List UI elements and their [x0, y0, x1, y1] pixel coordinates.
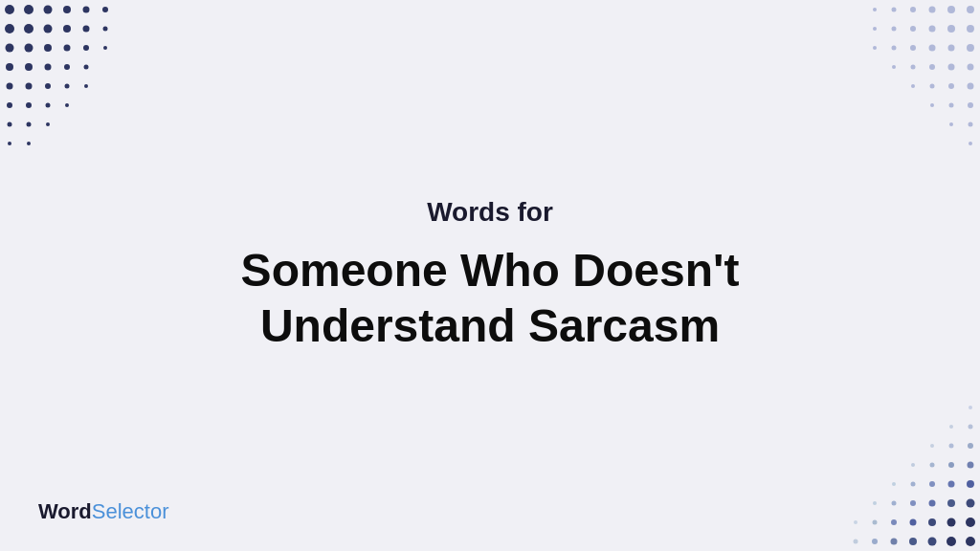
svg-point-76 [854, 540, 858, 544]
svg-point-19 [25, 63, 33, 71]
svg-point-43 [967, 25, 974, 33]
svg-point-30 [46, 103, 51, 108]
svg-point-82 [873, 520, 878, 525]
svg-point-99 [968, 443, 973, 449]
svg-point-87 [910, 500, 916, 506]
logo: WordSelector [38, 499, 169, 524]
svg-point-92 [929, 481, 935, 487]
dots-top-left-decoration [0, 0, 153, 153]
svg-point-71 [947, 537, 956, 546]
svg-point-17 [103, 46, 107, 50]
svg-point-31 [65, 103, 69, 107]
svg-point-55 [968, 64, 974, 71]
subtitle-text: Words for [241, 197, 740, 228]
svg-point-20 [45, 64, 52, 71]
svg-point-8 [44, 25, 53, 33]
svg-point-6 [5, 24, 14, 33]
svg-point-74 [891, 539, 898, 545]
svg-point-100 [949, 444, 954, 449]
svg-point-22 [84, 65, 89, 70]
svg-point-67 [969, 122, 973, 127]
svg-point-38 [947, 6, 955, 13]
svg-point-62 [930, 84, 935, 89]
svg-point-103 [949, 425, 953, 429]
svg-point-13 [25, 44, 33, 53]
svg-point-64 [968, 102, 973, 108]
svg-point-79 [928, 518, 936, 526]
svg-point-66 [930, 103, 934, 107]
svg-point-90 [967, 480, 974, 488]
svg-point-36 [27, 142, 31, 145]
svg-point-85 [947, 499, 955, 507]
svg-point-32 [8, 122, 12, 127]
svg-point-78 [947, 518, 956, 527]
svg-point-1 [24, 5, 33, 14]
svg-point-83 [854, 520, 858, 524]
svg-point-44 [947, 25, 955, 33]
svg-point-97 [930, 463, 935, 468]
title-line2: Understand Sarcasm [260, 300, 720, 351]
svg-point-50 [948, 45, 955, 52]
svg-point-84 [967, 499, 975, 508]
svg-point-51 [929, 45, 936, 52]
svg-point-10 [83, 26, 90, 33]
svg-point-56 [948, 64, 955, 71]
svg-point-27 [84, 84, 88, 88]
svg-point-21 [64, 64, 70, 70]
svg-point-93 [911, 482, 916, 487]
svg-point-53 [892, 46, 897, 51]
svg-point-28 [7, 102, 12, 108]
svg-point-18 [6, 63, 13, 71]
svg-point-98 [911, 463, 915, 467]
svg-point-69 [969, 142, 972, 145]
svg-point-12 [6, 44, 14, 53]
dots-top-right-decoration [789, 0, 980, 191]
svg-point-80 [910, 519, 917, 526]
svg-point-95 [968, 462, 974, 469]
svg-point-15 [64, 45, 71, 52]
svg-point-42 [873, 8, 877, 11]
svg-point-59 [892, 65, 896, 69]
svg-point-89 [873, 501, 877, 505]
svg-point-40 [910, 7, 916, 12]
svg-point-14 [44, 44, 52, 52]
svg-point-65 [949, 103, 954, 108]
svg-point-48 [873, 27, 877, 31]
logo-part1: Word [38, 499, 92, 523]
svg-point-33 [27, 122, 32, 127]
svg-point-94 [892, 482, 896, 486]
logo-part2: Selector [92, 499, 169, 523]
svg-point-26 [65, 84, 70, 89]
content-area: Words for Someone Who Doesn't Understand… [241, 197, 740, 353]
svg-point-49 [967, 44, 974, 52]
svg-point-104 [969, 406, 972, 409]
svg-point-77 [966, 518, 975, 527]
svg-point-25 [45, 83, 51, 89]
svg-point-37 [967, 6, 974, 13]
svg-point-16 [83, 45, 89, 51]
svg-point-47 [892, 27, 897, 32]
svg-point-63 [911, 84, 915, 88]
dots-bottom-right-decoration [789, 379, 980, 551]
svg-point-29 [26, 102, 32, 108]
svg-point-72 [928, 538, 937, 546]
svg-point-88 [892, 501, 897, 506]
main-title: Someone Who Doesn't Understand Sarcasm [241, 243, 740, 353]
svg-point-34 [46, 122, 50, 126]
svg-point-81 [891, 519, 897, 525]
svg-point-9 [63, 25, 71, 33]
svg-point-86 [929, 500, 936, 507]
svg-point-45 [929, 26, 936, 33]
svg-point-41 [892, 8, 897, 12]
svg-point-4 [83, 7, 90, 13]
svg-point-2 [44, 6, 53, 14]
svg-point-57 [929, 64, 935, 70]
svg-point-96 [948, 462, 954, 468]
svg-point-61 [948, 83, 954, 89]
svg-point-54 [873, 46, 877, 50]
svg-point-5 [102, 7, 108, 12]
svg-point-102 [969, 425, 973, 430]
svg-point-11 [103, 27, 108, 32]
svg-point-68 [949, 122, 953, 126]
title-line1: Someone Who Doesn't [241, 245, 740, 296]
